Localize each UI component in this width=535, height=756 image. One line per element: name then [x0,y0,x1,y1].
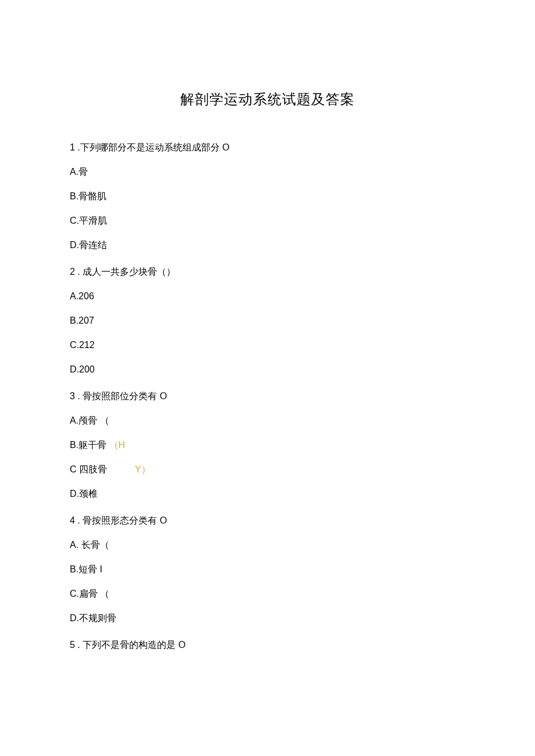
question-1: 1 .下列哪部分不是运动系统组成部分 O A.骨 B.骨骼肌 C.平滑肌 D.骨… [70,141,465,252]
option-b-marker: （H [109,440,126,450]
option-c-marker: Y） [135,463,151,476]
option-d: D.200 [70,363,465,377]
option-b-prefix: B.躯干骨 [70,440,109,450]
question-3: 3 . 骨按照部位分类有 O A.颅骨 （ B.躯干骨 （H C 四肢骨 Y） … [70,389,465,501]
question-2: 2 . 成人一共多少块骨（） A.206 B.207 C.212 D.200 [70,265,465,377]
option-c-prefix: C 四肢骨 [70,463,107,476]
question-stem: 3 . 骨按照部位分类有 O [70,389,465,403]
option-b: B.骨骼肌 [70,189,465,203]
document-title: 解剖学运动系统试题及答案 [70,90,465,109]
option-c: C.212 [70,338,465,352]
option-b: B.躯干骨 （H [70,438,465,452]
option-a: A. 长骨（ [70,538,465,552]
option-d: D.不规则骨 [70,611,465,625]
question-4: 4 . 骨按照形态分类有 O A. 长骨（ B.短骨 I C.扁骨 （ D.不规… [70,514,465,625]
question-stem: 1 .下列哪部分不是运动系统组成部分 O [70,141,465,155]
document-page: 解剖学运动系统试题及答案 1 .下列哪部分不是运动系统组成部分 O A.骨 B.… [0,0,535,700]
option-a: A.颅骨 （ [70,414,465,428]
option-d: D.颈椎 [70,487,465,501]
option-b: B.207 [70,314,465,328]
option-c: C 四肢骨 Y） [70,463,465,476]
question-stem: 4 . 骨按照形态分类有 O [70,514,465,528]
option-c: C.扁骨 （ [70,587,465,601]
question-stem: 2 . 成人一共多少块骨（） [70,265,465,279]
option-b: B.短骨 I [70,562,465,576]
option-a: A.206 [70,289,465,303]
option-a: A.骨 [70,165,465,179]
option-c: C.平滑肌 [70,214,465,228]
question-stem: 5 . 下列不是骨的构造的是 O [70,638,465,652]
question-5: 5 . 下列不是骨的构造的是 O [70,638,465,652]
option-d: D.骨连结 [70,238,465,252]
